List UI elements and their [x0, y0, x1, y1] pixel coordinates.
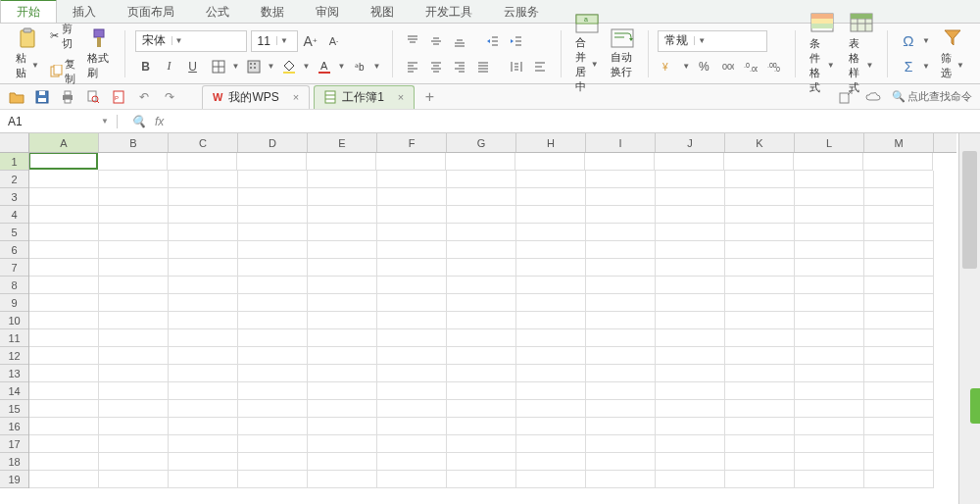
- cell[interactable]: [169, 312, 238, 329]
- cell[interactable]: [795, 241, 864, 259]
- cell[interactable]: [447, 347, 516, 365]
- paste-button[interactable]: 粘贴▼: [12, 27, 43, 79]
- cell[interactable]: [586, 171, 656, 188]
- cell[interactable]: [29, 294, 99, 312]
- cell[interactable]: [308, 400, 377, 418]
- cell[interactable]: [169, 188, 238, 206]
- cell[interactable]: [725, 171, 795, 188]
- cell[interactable]: [656, 400, 725, 418]
- cell[interactable]: [516, 329, 586, 347]
- column-header[interactable]: E: [308, 133, 377, 152]
- cell[interactable]: [516, 259, 586, 277]
- row-header[interactable]: 14: [0, 382, 28, 400]
- cell[interactable]: [238, 471, 308, 488]
- cell[interactable]: [99, 206, 169, 224]
- cell[interactable]: [29, 259, 99, 277]
- cell[interactable]: [864, 329, 934, 347]
- cell[interactable]: [99, 471, 169, 488]
- cell[interactable]: [169, 382, 238, 400]
- row-header[interactable]: 13: [0, 365, 28, 382]
- cell[interactable]: [725, 435, 795, 453]
- menu-tab-5[interactable]: 审阅: [300, 0, 355, 23]
- cell[interactable]: [29, 224, 99, 241]
- cell[interactable]: [586, 365, 656, 382]
- italic-button[interactable]: I: [159, 56, 180, 77]
- cell[interactable]: [864, 188, 934, 206]
- cell[interactable]: [376, 153, 446, 171]
- menu-tab-8[interactable]: 云服务: [488, 0, 555, 23]
- cell[interactable]: [795, 312, 864, 329]
- cell[interactable]: [29, 435, 99, 453]
- cell[interactable]: [169, 294, 238, 312]
- cell[interactable]: [447, 206, 516, 224]
- cell[interactable]: [308, 259, 377, 277]
- cell[interactable]: [308, 471, 377, 488]
- cell[interactable]: [29, 382, 99, 400]
- cell[interactable]: [586, 312, 656, 329]
- print-preview-icon[interactable]: [82, 86, 104, 108]
- fill-color-dropdown[interactable]: ▼: [302, 62, 312, 71]
- cell[interactable]: [169, 171, 238, 188]
- cell[interactable]: [238, 329, 308, 347]
- justify-icon[interactable]: [472, 56, 494, 77]
- cell[interactable]: [29, 329, 99, 347]
- orientation-icon[interactable]: [529, 56, 551, 77]
- row-header[interactable]: 1: [0, 153, 28, 171]
- font-color-button[interactable]: A: [314, 56, 335, 77]
- column-header[interactable]: H: [516, 133, 586, 152]
- row-header[interactable]: 17: [0, 435, 28, 453]
- row-header[interactable]: 19: [0, 471, 28, 488]
- row-header[interactable]: 4: [0, 206, 28, 224]
- percent-button[interactable]: %: [693, 56, 714, 77]
- cell[interactable]: [586, 382, 656, 400]
- column-header[interactable]: L: [795, 133, 864, 152]
- cell[interactable]: [308, 241, 377, 259]
- cell[interactable]: [447, 224, 516, 241]
- cell[interactable]: [725, 241, 795, 259]
- conditional-format-button[interactable]: 条件格式▼: [806, 27, 839, 79]
- row-header[interactable]: 11: [0, 329, 28, 347]
- border-button[interactable]: [208, 56, 229, 77]
- cell[interactable]: [169, 365, 238, 382]
- cell[interactable]: [516, 435, 586, 453]
- cell[interactable]: [308, 453, 377, 471]
- cell[interactable]: [99, 418, 169, 435]
- cell[interactable]: [238, 241, 308, 259]
- cell[interactable]: [238, 400, 308, 418]
- autosum-dropdown[interactable]: ▼: [921, 62, 931, 71]
- cell[interactable]: [656, 171, 725, 188]
- cell[interactable]: [29, 347, 99, 365]
- increase-decimal-icon[interactable]: .0.00: [740, 56, 761, 77]
- menu-tab-4[interactable]: 数据: [245, 0, 300, 23]
- cell[interactable]: [169, 418, 238, 435]
- cell[interactable]: [308, 382, 377, 400]
- cell[interactable]: [795, 365, 864, 382]
- row-header[interactable]: 12: [0, 347, 28, 365]
- cell[interactable]: [586, 329, 656, 347]
- fx-icon[interactable]: fx: [155, 115, 164, 128]
- cell[interactable]: [516, 171, 586, 188]
- cell[interactable]: [169, 241, 238, 259]
- cell[interactable]: [725, 224, 795, 241]
- cell[interactable]: [586, 453, 656, 471]
- fill-pattern-button[interactable]: [243, 56, 265, 77]
- cell[interactable]: [725, 259, 795, 277]
- cell[interactable]: [238, 188, 308, 206]
- cell[interactable]: [447, 171, 516, 188]
- cell[interactable]: [99, 382, 169, 400]
- fx-search-icon[interactable]: 🔍: [127, 111, 149, 132]
- cell[interactable]: [724, 153, 794, 171]
- cell[interactable]: [308, 347, 377, 365]
- row-header[interactable]: 2: [0, 171, 28, 188]
- cell[interactable]: [377, 277, 447, 294]
- cell[interactable]: [377, 418, 447, 435]
- row-header[interactable]: 10: [0, 312, 28, 329]
- side-panel-toggle[interactable]: [970, 388, 980, 424]
- cell[interactable]: [169, 259, 238, 277]
- cell[interactable]: [308, 171, 377, 188]
- cell[interactable]: [864, 347, 934, 365]
- cell[interactable]: [656, 241, 725, 259]
- cell[interactable]: [447, 188, 516, 206]
- new-tab-icon[interactable]: +: [418, 86, 440, 108]
- cell[interactable]: [238, 435, 308, 453]
